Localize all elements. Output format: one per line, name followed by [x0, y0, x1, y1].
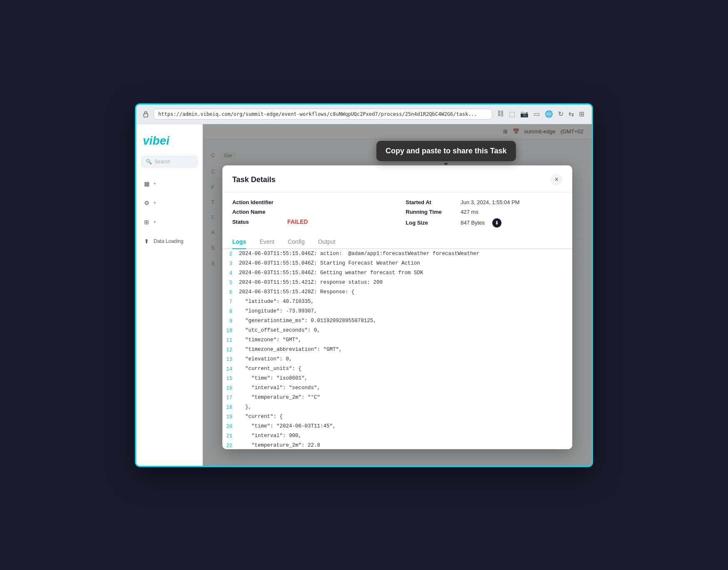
- running-time-row: Running Time 427 ms: [406, 209, 562, 215]
- log-line: 32024-06-03T11:55:15.046Z: Starting Fore…: [222, 259, 573, 268]
- tab-config[interactable]: Config: [288, 234, 304, 249]
- line-number: 3: [222, 260, 239, 268]
- screenshot-icon[interactable]: ⬚: [508, 109, 516, 119]
- line-number: 17: [222, 394, 239, 402]
- refresh-icon[interactable]: ↻: [557, 109, 564, 119]
- tab-logs[interactable]: Logs: [232, 234, 246, 249]
- line-content: },: [239, 403, 252, 411]
- tooltip-text: Copy and paste to share this Task: [386, 147, 507, 155]
- log-line: 22 "temperature_2m": 22.8: [222, 441, 573, 449]
- log-line: 9 "generationtime_ms": 0.011920928955078…: [222, 316, 573, 326]
- log-line: 13 "elevation": 0,: [222, 355, 573, 364]
- sidebar-item-label-data: Data Loading: [154, 238, 183, 244]
- line-content: 2024-06-03T11:55:15.421Z: response statu…: [239, 279, 383, 287]
- line-number: 13: [222, 355, 239, 363]
- line-content: 2024-06-03T11:55:15.046Z: action: @adam/…: [239, 250, 480, 258]
- modal-meta: Action Identifier Started At Jun 3, 2024…: [222, 192, 573, 234]
- browser-bar: https://admin.vibeiq.com/org/summit-edge…: [136, 105, 592, 124]
- log-line: 21 "interval": 900,: [222, 431, 573, 441]
- nav-icon[interactable]: ⇆: [568, 109, 575, 119]
- window-icon[interactable]: ▭: [533, 109, 541, 119]
- running-time-label: Running Time: [406, 209, 456, 215]
- log-line: 20 "time": "2024-06-03T11:45",: [222, 422, 573, 431]
- log-size-label: Log Size: [406, 220, 456, 226]
- tab-event[interactable]: Event: [259, 234, 274, 249]
- line-content: 2024-06-03T11:55:15.428Z: Response: {: [239, 288, 355, 296]
- modal-title: Task Details: [232, 175, 276, 184]
- running-time-value: 427 ms: [461, 209, 479, 215]
- log-line: 11 "timezone": "GMT",: [222, 335, 573, 345]
- sidebar-item-grid[interactable]: ▦ ▾: [136, 177, 202, 191]
- menu-icon[interactable]: ⊞: [578, 109, 585, 119]
- log-size-value: 847 Bytes: [461, 220, 485, 226]
- modal-header: Task Details ×: [222, 165, 573, 192]
- action-identifier-row: Action Identifier: [232, 199, 389, 205]
- upload-icon: ⬆: [143, 238, 150, 245]
- line-number: 15: [222, 375, 239, 382]
- status-value: FAILED: [287, 218, 308, 225]
- log-line: 15 "time": "iso8601",: [222, 374, 573, 383]
- line-content: 2024-06-03T11:55:15.046Z: Starting Forec…: [239, 260, 420, 268]
- log-container: 22024-06-03T11:55:15.046Z: action: @adam…: [222, 249, 573, 449]
- line-content: "generationtime_ms": 0.01192092895507812…: [239, 317, 376, 325]
- line-number: 5: [222, 279, 239, 287]
- line-number: 22: [222, 442, 239, 449]
- globe-icon[interactable]: 🌐: [544, 109, 554, 119]
- tab-output[interactable]: Output: [318, 234, 335, 249]
- line-content: "timezone_abbreviation": "GMT",: [239, 346, 342, 354]
- log-line: 52024-06-03T11:55:15.421Z: response stat…: [222, 278, 573, 288]
- action-name-label: Action Name: [232, 209, 282, 215]
- log-line: 12 "timezone_abbreviation": "GMT",: [222, 345, 573, 355]
- lock-icon: [143, 111, 150, 118]
- status-label: Status: [232, 219, 282, 225]
- browser-actions: ⛓ ⬚ 📷 ▭ 🌐 ↻ ⇆ ⊞: [496, 109, 585, 119]
- line-number: 11: [222, 336, 239, 344]
- log-line: 62024-06-03T11:55:15.428Z: Response: {: [222, 288, 573, 297]
- share-icon[interactable]: ⛓: [496, 109, 505, 119]
- line-number: 10: [222, 327, 239, 335]
- camera-icon[interactable]: 📷: [519, 109, 529, 119]
- action-name-row: Action Name: [232, 209, 389, 215]
- expand-arrow: ▾: [154, 181, 156, 186]
- main-area: ⊞ 📅 summit-edge (GMT+02 C Cor C Cor F: [203, 124, 592, 466]
- sidebar-search[interactable]: 🔍 Search: [141, 156, 197, 168]
- started-at-label: Started At: [406, 199, 456, 205]
- line-content: "elevation": 0,: [239, 355, 292, 363]
- sidebar-item-tools[interactable]: ⚙ ▾: [136, 196, 202, 210]
- sidebar-item-data-loading[interactable]: ⬆ Data Loading: [136, 234, 202, 248]
- line-content: 2024-06-03T11:55:15.046Z: Getting weathe…: [239, 269, 424, 277]
- line-number: 20: [222, 422, 239, 430]
- modal-tabs: Logs Event Config Output: [222, 234, 573, 249]
- log-line: 8 "longitude": -73.99307,: [222, 307, 573, 316]
- log-line: 19 "current": {: [222, 412, 573, 422]
- line-number: 21: [222, 432, 239, 440]
- log-line: 17 "temperature_2m": "°C": [222, 393, 573, 402]
- line-content: "utc_offset_seconds": 0,: [239, 327, 320, 335]
- log-line: 7 "latitude": 40.710335,: [222, 297, 573, 307]
- line-content: "interval": "seconds",: [239, 384, 320, 392]
- modal-overlay: Copy and paste to share this Task Task D…: [203, 124, 592, 466]
- tools-icon: ⚙: [143, 199, 150, 207]
- search-icon: 🔍: [146, 159, 152, 165]
- action-identifier-label: Action Identifier: [232, 199, 282, 205]
- sidebar-item-apps[interactable]: ⊞ ▾: [136, 215, 202, 229]
- search-placeholder: Search: [155, 159, 170, 165]
- modal-close-button[interactable]: ×: [551, 174, 562, 185]
- started-at-value: Jun 3, 2024, 1:55:04 PM: [461, 199, 520, 205]
- log-line: 42024-06-03T11:55:15.046Z: Getting weath…: [222, 268, 573, 278]
- line-content: "current_units": {: [239, 365, 302, 373]
- sidebar-section-tools: ⚙ ▾: [136, 193, 202, 212]
- browser-window: https://admin.vibeiq.com/org/summit-edge…: [135, 103, 593, 467]
- log-line: 14 "current_units": {: [222, 364, 573, 374]
- download-log-button[interactable]: ⬇: [492, 218, 501, 228]
- log-line: 16 "interval": "seconds",: [222, 383, 573, 393]
- grid-icon: ▦: [143, 180, 150, 188]
- line-content: "interval": 900,: [239, 432, 302, 440]
- line-content: "temperature_2m": "°C": [239, 394, 320, 402]
- line-number: 7: [222, 298, 239, 306]
- line-content: "latitude": 40.710335,: [239, 298, 314, 306]
- sidebar-section-apps: ⊞ ▾: [136, 212, 202, 232]
- line-content: "current": {: [239, 413, 283, 421]
- url-bar[interactable]: https://admin.vibeiq.com/org/summit-edge…: [154, 109, 492, 120]
- line-content: "temperature_2m": 22.8: [239, 442, 320, 449]
